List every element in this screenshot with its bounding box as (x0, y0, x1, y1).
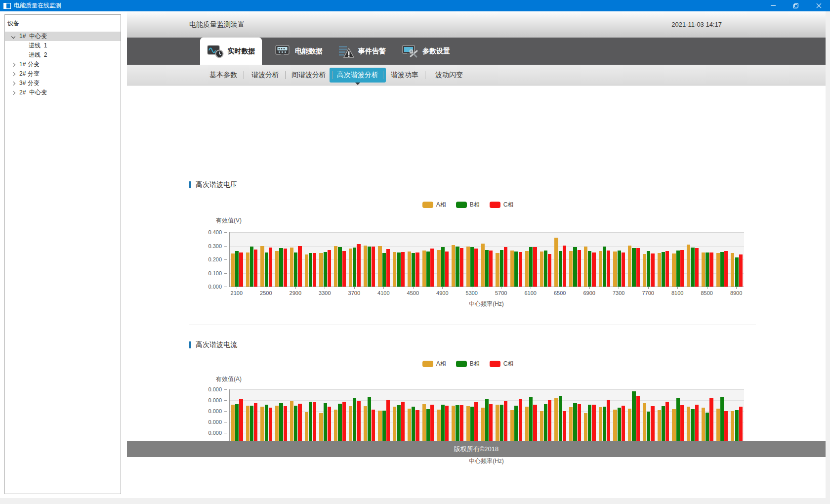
bar-phase-b (500, 250, 503, 287)
chevron-right-icon[interactable] (11, 90, 15, 94)
legend-item[interactable]: A相 (422, 201, 446, 209)
main-tab-4[interactable]: 参数设置 (402, 38, 450, 65)
content: 高次谐波电压 A相B相C相 有效值(V) 0.4000.3000.2000.10… (127, 85, 826, 441)
main-tab-2[interactable]: 电能数据 (274, 38, 323, 65)
bar-phase-a (554, 238, 558, 287)
close-button[interactable] (807, 0, 830, 11)
bar-phase-c (357, 244, 360, 287)
sub-tab-3[interactable]: 间谐波分析 (284, 65, 333, 85)
device-tree: 1# 中心变进线 1进线 21# 分变2# 分变3# 分变2# 中心变 (5, 32, 121, 97)
sub-tab-6[interactable]: 波动闪变 (428, 65, 470, 85)
bar-phase-a (584, 247, 587, 287)
bar-phase-a (231, 405, 235, 444)
current-y-axis-title: 有效值(A) (216, 375, 242, 383)
tree-item[interactable]: 2# 中心变 (5, 88, 121, 97)
legend-label: C相 (503, 201, 514, 209)
tree-item[interactable]: 进线 1 (5, 41, 121, 50)
bar-phase-a (599, 251, 602, 287)
sub-tab-label: 谐波功率 (383, 68, 426, 83)
bar-phase-b (250, 406, 253, 444)
tree-item[interactable]: 3# 分变 (5, 79, 121, 88)
bar-phase-a (731, 411, 734, 444)
bar-phase-c (284, 406, 287, 444)
x-tick-mark (325, 287, 325, 289)
chevron-right-icon[interactable] (11, 72, 15, 76)
x-tick-label: 7300 (613, 290, 624, 296)
legend-item[interactable]: B相 (456, 360, 480, 368)
x-tick-label: 8100 (671, 290, 683, 296)
sub-tab-1[interactable]: 基本参数 (202, 65, 245, 85)
bar-phase-a (613, 252, 617, 287)
bar-phase-a (364, 406, 367, 444)
bar-phase-c (313, 402, 316, 444)
legend-item[interactable]: C相 (490, 360, 514, 368)
x-tick-mark (589, 287, 590, 289)
legend-item[interactable]: C相 (490, 201, 514, 209)
main-tab-label: 实时数据 (228, 47, 255, 56)
bar-phase-b (485, 250, 489, 287)
energy-data-icon (274, 44, 291, 58)
tree-item[interactable]: 2# 分变 (5, 69, 121, 79)
active-tab-extension (200, 92, 262, 96)
bar-phase-c (592, 405, 595, 444)
sub-tab-label: 间谐波分析 (284, 68, 333, 83)
tree-item[interactable]: 1# 分变 (5, 60, 121, 69)
y-tick-mark (224, 246, 227, 247)
sub-tab-separator (244, 71, 244, 79)
legend-item[interactable]: A相 (422, 360, 446, 368)
timestamp: 2021-11-03 14:17 (671, 21, 722, 28)
tree-item[interactable]: 进线 2 (5, 50, 121, 60)
bar-phase-a (246, 252, 249, 287)
x-tick-mark (442, 287, 443, 289)
chevron-down-icon[interactable] (11, 34, 15, 38)
bar-phase-b (559, 396, 562, 444)
bar-phase-a (378, 411, 381, 444)
minimize-button[interactable] (762, 0, 785, 11)
bar-phase-a (364, 246, 367, 287)
bar-phase-b (706, 413, 709, 444)
legend-item[interactable]: B相 (456, 201, 480, 209)
bar-phase-a (305, 254, 308, 287)
voltage-x-axis-title: 中心频率(Hz) (229, 300, 744, 308)
bar-phase-b (632, 248, 635, 287)
x-tick-label: 2100 (231, 290, 243, 296)
chevron-right-icon[interactable] (11, 62, 15, 66)
bar-phase-b (426, 409, 430, 444)
x-tick-mark (501, 287, 501, 289)
y-tick-label: 0.200 (191, 256, 222, 262)
x-tick-mark (295, 287, 296, 289)
bar-phase-a (408, 409, 411, 444)
chevron-right-icon[interactable] (11, 81, 15, 85)
bar-phase-c (239, 252, 243, 287)
bar-phase-b (588, 251, 591, 287)
sub-tabbar: 基本参数谐波分析间谐波分析高次谐波分析谐波功率波动闪变 (127, 65, 826, 85)
bar-phase-b (706, 252, 709, 287)
bar-phase-a (393, 252, 396, 287)
bar-phase-a (672, 409, 675, 444)
main-tab-1[interactable]: 实时数据 (200, 38, 262, 65)
sub-tab-2[interactable]: 谐波分析 (244, 65, 287, 85)
sub-tab-5[interactable]: 谐波功率 (383, 65, 426, 85)
bar-phase-b (441, 405, 445, 444)
y-tick-label: 0.000 (191, 419, 222, 425)
x-tick-mark (648, 287, 649, 289)
device-tree-panel: 设备 1# 中心变进线 1进线 21# 分变2# 分变3# 分变2# 中心变 (4, 14, 121, 494)
bar-phase-b (456, 405, 459, 444)
bar-phase-a (437, 250, 440, 287)
bar-phase-b (324, 252, 327, 287)
tree-item[interactable]: 1# 中心变 (5, 32, 121, 41)
legend-swatch (490, 202, 500, 208)
sub-tab-4[interactable]: 高次谐波分析 (330, 65, 386, 85)
bar-phase-b (412, 407, 415, 444)
bar-phase-a (246, 406, 249, 444)
bar-phase-c (622, 406, 625, 444)
bar-phase-a (260, 407, 264, 444)
bar-phase-b (544, 251, 547, 287)
restore-button[interactable] (785, 0, 807, 11)
bar-phase-b (529, 397, 533, 444)
bar-phase-b (662, 406, 665, 444)
bar-phase-b (632, 391, 635, 444)
bar-phase-a (628, 409, 631, 444)
bar-phase-b (353, 398, 356, 444)
main-tab-3[interactable]: 事件告警 (337, 38, 386, 65)
